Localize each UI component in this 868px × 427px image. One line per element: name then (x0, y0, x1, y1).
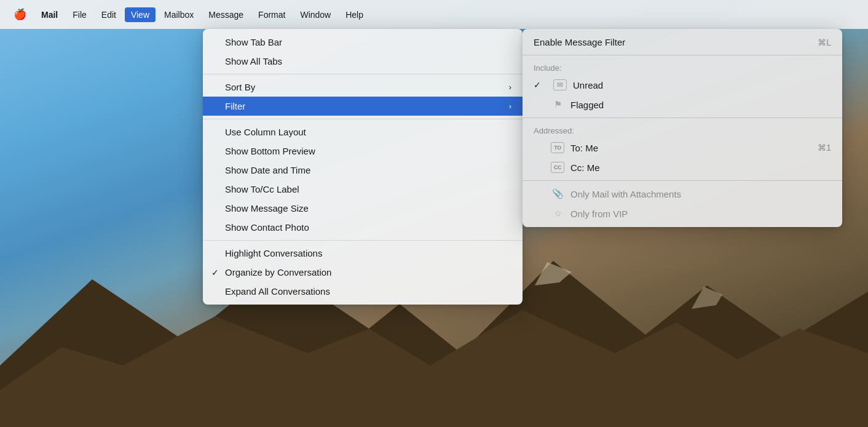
flagged-label: Flagged (570, 100, 604, 110)
addressed-section-label: Addressed: (523, 121, 842, 138)
to-me-label: To: Me (570, 143, 598, 153)
highlight-conversations-label: Highlight Conversations (225, 248, 322, 258)
menubar-message[interactable]: Message (202, 7, 250, 22)
menu-item-show-contact-photo[interactable]: Show Contact Photo (203, 218, 523, 237)
menu-item-expand-all-conversations[interactable]: Expand All Conversations (203, 282, 523, 301)
envelope-icon: ✉ (553, 79, 567, 90)
menubar-file[interactable]: File (66, 7, 93, 22)
menu-sep-3 (203, 240, 523, 241)
enable-message-filter-label: Enable Message Filter (534, 37, 625, 47)
only-attachments-label: Only Mail with Attachments (570, 189, 681, 199)
expand-all-conversations-label: Expand All Conversations (225, 286, 330, 297)
menu-item-use-column-layout[interactable]: Use Column Layout (203, 122, 523, 142)
view-dropdown-menu: Show Tab Bar Show All Tabs Sort By › Fil… (203, 29, 523, 305)
menubar-view[interactable]: View (125, 7, 156, 22)
menu-sep-1 (203, 74, 523, 74)
unread-label: Unread (573, 80, 603, 90)
to-me-shortcut: ⌘1 (818, 143, 831, 153)
flagged-no-checkmark: ✓ (534, 100, 545, 110)
filter-arrow: › (509, 102, 511, 111)
organize-checkmark: ✓ (211, 268, 219, 277)
to-icon: TO (551, 142, 564, 153)
menu-item-show-message-size[interactable]: Show Message Size (203, 199, 523, 218)
menu-item-organize-by-conversation[interactable]: ✓ Organize by Conversation (203, 263, 523, 282)
unread-checkmark: ✓ (534, 80, 545, 90)
show-message-size-label: Show Message Size (225, 203, 309, 214)
show-tab-bar-label: Show Tab Bar (225, 37, 282, 47)
only-vip-label: Only from VIP (570, 209, 628, 219)
menu-item-show-tocc-label[interactable]: Show To/Cc Label (203, 180, 523, 199)
cc-me-label: Cc: Me (570, 162, 600, 173)
menu-item-highlight-conversations[interactable]: Highlight Conversations (203, 244, 523, 263)
filter-flagged-item[interactable]: ✓ ⚑ Flagged (523, 95, 842, 114)
menu-sep-2 (203, 119, 523, 119)
enable-message-filter-shortcut: ⌘L (818, 38, 831, 47)
sort-by-label: Sort By (225, 82, 255, 92)
menubar-mailbox[interactable]: Mailbox (158, 7, 200, 22)
filter-unread-item[interactable]: ✓ ✉ Unread (523, 75, 842, 95)
menubar: 🍎 Mail File Edit View Mailbox Message Fo… (0, 0, 868, 29)
menu-item-filter[interactable]: Filter › (203, 97, 523, 116)
show-tocc-label: Show To/Cc Label (225, 184, 299, 194)
filter-cc-me-item[interactable]: CC Cc: Me (523, 158, 842, 177)
enable-message-filter-item[interactable]: Enable Message Filter ⌘L (523, 33, 842, 52)
show-date-time-label: Show Date and Time (225, 165, 310, 175)
use-column-layout-label: Use Column Layout (225, 127, 306, 137)
menubar-edit[interactable]: Edit (95, 7, 122, 22)
menubar-help[interactable]: Help (339, 7, 369, 22)
menubar-format[interactable]: Format (252, 7, 291, 22)
menubar-mail[interactable]: Mail (35, 7, 64, 22)
filter-only-vip-item[interactable]: ☆ Only from VIP (523, 204, 842, 223)
apple-menu[interactable]: 🍎 (7, 6, 33, 23)
submenu-sep-3 (523, 180, 842, 181)
include-section-label: Include: (523, 58, 842, 75)
show-all-tabs-label: Show All Tabs (225, 56, 282, 66)
menu-item-show-bottom-preview[interactable]: Show Bottom Preview (203, 142, 523, 161)
star-icon: ☆ (551, 208, 564, 219)
menu-item-sort-by[interactable]: Sort By › (203, 78, 523, 97)
cc-icon: CC (551, 162, 564, 173)
submenu-sep-1 (523, 55, 842, 55)
menu-item-show-tab-bar[interactable]: Show Tab Bar (203, 33, 523, 52)
paperclip-icon: 📎 (551, 188, 564, 199)
menu-item-show-date-time[interactable]: Show Date and Time (203, 161, 523, 180)
menu-item-show-all-tabs[interactable]: Show All Tabs (203, 52, 523, 71)
filter-to-me-item[interactable]: TO To: Me ⌘1 (523, 138, 842, 158)
submenu-sep-2 (523, 118, 842, 118)
filter-label: Filter (225, 101, 245, 111)
filter-submenu: Enable Message Filter ⌘L Include: ✓ ✉ Un… (523, 29, 842, 227)
sort-by-arrow: › (509, 82, 511, 92)
show-contact-photo-label: Show Contact Photo (225, 222, 309, 233)
menubar-window[interactable]: Window (294, 7, 337, 22)
flag-icon: ⚑ (551, 99, 564, 110)
filter-only-attachments-item[interactable]: 📎 Only Mail with Attachments (523, 184, 842, 204)
organize-by-conversation-label: Organize by Conversation (225, 267, 331, 277)
show-bottom-preview-label: Show Bottom Preview (225, 146, 315, 156)
